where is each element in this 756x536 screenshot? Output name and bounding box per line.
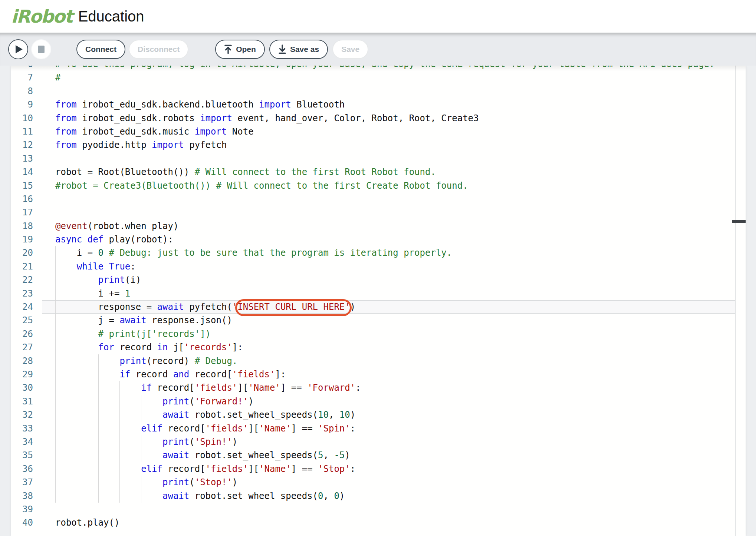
code-line[interactable]: 32await robot.set_wheel_speeds(10, 10) xyxy=(11,408,735,421)
code-line[interactable]: 40robot.play() xyxy=(11,516,735,529)
line-number: 13 xyxy=(11,152,42,165)
code-token: await xyxy=(157,302,184,312)
logo-education-label: Education xyxy=(78,8,144,25)
code-token: await xyxy=(119,315,146,325)
code-text: robot.play() xyxy=(42,516,735,529)
line-number: 18 xyxy=(11,219,42,233)
code-line[interactable]: 19async def play(robot): xyxy=(11,233,735,246)
code-token: ] == xyxy=(291,423,318,434)
code-token: record[ xyxy=(189,369,232,380)
code-line[interactable]: 29if record and record['fields']: xyxy=(11,368,735,381)
code-token: elif xyxy=(141,464,162,474)
scrollbar-thumb[interactable] xyxy=(732,220,746,223)
code-text xyxy=(42,206,735,219)
indent-guide xyxy=(77,462,98,476)
upload-icon xyxy=(224,44,232,54)
code-line[interactable]: 33elif record['fields']['Name'] == 'Spin… xyxy=(11,422,735,435)
indent-guide xyxy=(98,476,120,489)
code-line[interactable]: 24response = await pyfetch('INSERT CURL … xyxy=(11,300,735,314)
code-line[interactable]: 38await robot.set_wheel_speeds(0, 0) xyxy=(11,489,735,503)
code-line[interactable]: 34print('Spin!') xyxy=(11,435,735,449)
code-line[interactable]: 8 xyxy=(11,85,735,98)
code-line[interactable]: 11from irobot_edu_sdk.music import Note xyxy=(11,125,735,138)
code-token: #robot = Create3(Bluetooth()) # Will con… xyxy=(55,181,468,191)
line-number: 23 xyxy=(11,287,42,300)
code-line[interactable]: 35await robot.set_wheel_speeds(5, -5) xyxy=(11,449,735,462)
code-line[interactable]: 39 xyxy=(11,503,735,516)
code-token: record[ xyxy=(162,423,206,434)
code-line[interactable]: 20i = 0 # Debug: just to be sure that th… xyxy=(11,246,735,259)
code-line[interactable]: 13 xyxy=(11,152,735,165)
save-as-button[interactable]: Save as xyxy=(269,40,328,59)
annotated-string: 'INSERT CURL URL HERE' xyxy=(232,302,350,312)
code-token: ) xyxy=(350,302,355,312)
code-token: # Debug: just to be sure that the progra… xyxy=(109,248,452,258)
code-line[interactable]: 17 xyxy=(11,206,735,219)
code-line[interactable]: 12from pyodide.http import pyfetch xyxy=(11,138,735,152)
code-line[interactable]: 6# To use this program, log in to Airtab… xyxy=(11,66,735,71)
code-text: i = 0 # Debug: just to be sure that the … xyxy=(42,246,735,259)
code-line[interactable]: 25j = await response.json() xyxy=(11,314,735,327)
code-line[interactable]: 30if record['fields']['Name'] == 'Forwar… xyxy=(11,381,735,394)
line-number: 19 xyxy=(11,233,42,246)
line-number: 25 xyxy=(11,314,42,327)
code-text: print(record) # Debug. xyxy=(42,354,735,368)
indent-guide xyxy=(55,381,77,394)
indent-guide xyxy=(141,395,162,408)
indent-guide xyxy=(119,422,141,435)
code-token: j[ xyxy=(168,342,184,353)
code-editor[interactable]: 6# To use this program, log in to Airtab… xyxy=(11,66,746,536)
code-line[interactable]: 14robot = Root(Bluetooth()) # Will conne… xyxy=(11,165,735,179)
disconnect-button: Disconnect xyxy=(129,40,188,59)
indent-guide xyxy=(55,354,77,368)
code-token: # To use this program, log in to Airtabl… xyxy=(55,66,714,69)
code-line[interactable]: 28print(record) # Debug. xyxy=(11,354,735,368)
code-text: for record in j['records']: xyxy=(42,341,735,354)
code-token: await xyxy=(162,491,189,501)
disconnect-label: Disconnect xyxy=(138,45,180,54)
code-token: 0 xyxy=(318,491,323,501)
code-line[interactable]: 31print('Forward!') xyxy=(11,395,735,408)
indent-guide xyxy=(77,300,98,314)
code-line[interactable]: 16 xyxy=(11,192,735,206)
code-token: in xyxy=(157,342,168,353)
code-text: while True: xyxy=(42,260,735,273)
indent-guide xyxy=(77,489,98,503)
code-line[interactable]: 23i += 1 xyxy=(11,287,735,300)
code-line[interactable]: 15#robot = Create3(Bluetooth()) # Will c… xyxy=(11,179,735,192)
code-token: ) xyxy=(232,437,237,447)
code-token: # Debug. xyxy=(195,356,238,366)
code-line[interactable]: 10from irobot_edu_sdk.robots import even… xyxy=(11,112,735,125)
code-token: ) xyxy=(345,450,350,460)
line-number: 11 xyxy=(11,125,42,138)
code-token: 'Name' xyxy=(248,383,280,393)
vertical-scrollbar[interactable] xyxy=(735,66,746,536)
code-line[interactable]: 9from irobot_edu_sdk.backend.bluetooth i… xyxy=(11,98,735,111)
code-token: for xyxy=(98,342,114,353)
code-line[interactable]: 18@event(robot.when_play) xyxy=(11,219,735,233)
connect-button[interactable]: Connect xyxy=(76,40,125,59)
code-line[interactable]: 37print('Stop!') xyxy=(11,476,735,489)
open-button[interactable]: Open xyxy=(215,40,265,59)
code-line[interactable]: 21while True: xyxy=(11,260,735,273)
line-number: 27 xyxy=(11,341,42,354)
code-token: record[ xyxy=(152,383,195,393)
irobot-logo: iRobot xyxy=(11,6,72,27)
play-button[interactable] xyxy=(8,39,28,59)
code-token: 'fields' xyxy=(206,423,249,434)
code-line[interactable]: 22print(i) xyxy=(11,273,735,287)
code-line[interactable]: 36elif record['fields']['Name'] == 'Stop… xyxy=(11,462,735,476)
code-token: play(robot): xyxy=(103,234,173,245)
line-number: 34 xyxy=(11,435,42,449)
code-token: ] == xyxy=(280,383,307,393)
play-icon xyxy=(16,45,23,53)
code-line[interactable]: 27for record in j['records']: xyxy=(11,341,735,354)
code-text: # print(j['records']) xyxy=(42,327,735,341)
code-text: from pyodide.http import pyfetch xyxy=(42,138,735,152)
code-line[interactable]: 7# xyxy=(11,71,735,84)
code-token: irobot_edu_sdk.music xyxy=(77,126,195,137)
code-line[interactable]: 26# print(j['records']) xyxy=(11,327,735,341)
code-token: 'Spin!' xyxy=(195,437,232,447)
stop-icon xyxy=(38,46,45,53)
line-number: 24 xyxy=(11,300,42,314)
